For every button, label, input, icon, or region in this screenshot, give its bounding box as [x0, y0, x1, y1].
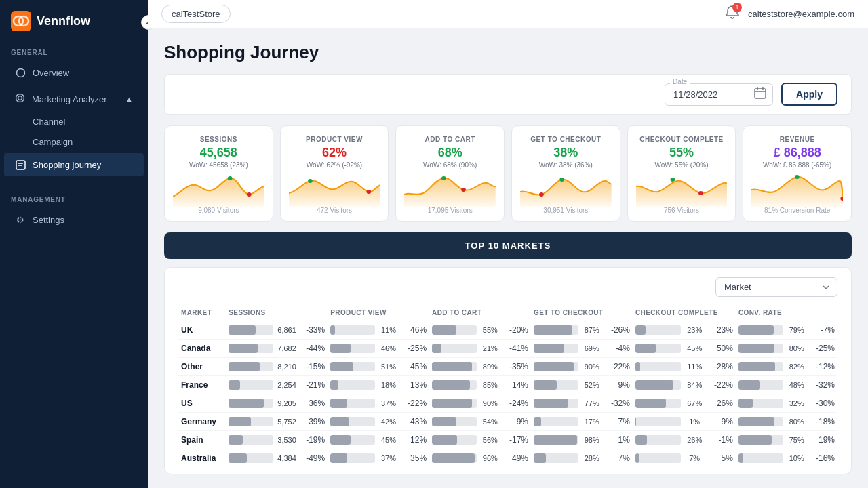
sidebar-label-shopping-journey: Shopping journey — [33, 160, 101, 170]
sidebar-item-channel[interactable]: Channel — [4, 112, 144, 131]
metric-title-3: GET TO CHECKOUT — [530, 136, 601, 143]
gtc-bar-cell: 98% — [531, 431, 604, 449]
store-tab[interactable]: caiTestStore — [161, 5, 231, 23]
gtc-bar-cell: 17% — [531, 413, 604, 431]
market-filter-row: Market — [178, 277, 837, 297]
atc-bar-cell: 55% — [429, 321, 502, 340]
cr-bar-cell: 79% — [736, 321, 809, 340]
gtc-bar-cell: 77% — [531, 394, 604, 413]
general-section-label: GENERAL — [0, 41, 148, 60]
apply-button[interactable]: Apply — [781, 83, 837, 106]
sparkline-sessions — [173, 173, 264, 207]
sessions-change: -44% — [299, 340, 328, 358]
metric-card-get-to-checkout: GET TO CHECKOUT 38% WoW: 38% (36%) 30,95… — [511, 125, 620, 222]
cc-change: -22% — [707, 376, 736, 394]
sparkline-revenue — [751, 173, 843, 207]
sidebar-item-campaign[interactable]: Campaign — [4, 132, 144, 152]
atc-bar-cell: 90% — [429, 394, 502, 413]
date-filter-bar: Date Apply — [164, 74, 852, 115]
pv-bar-cell: 42% — [328, 413, 401, 431]
metric-footer-3: 30,951 Visitors — [543, 207, 588, 214]
metric-wow-0: WoW: 45658 (23%) — [189, 161, 248, 169]
metric-title-0: SESSIONS — [200, 136, 237, 143]
pv-bar-cell: 11% — [328, 321, 401, 340]
sparkline-product-view — [289, 173, 380, 207]
atc-change: -41% — [502, 340, 531, 358]
country-name: France — [181, 380, 208, 390]
cr-change: -30% — [809, 394, 837, 413]
main-content: caiTestStore 1 caiteststore@example.com … — [148, 0, 868, 488]
table-body: UK 6,861 -33% 11% 46% 55% -20% 87% — [178, 321, 837, 468]
sidebar-item-overview[interactable]: Overview — [4, 61, 144, 84]
sidebar-label-overview: Overview — [33, 68, 69, 78]
table-row: Australia 4,384 -49% 37% 35% 96% 49% — [178, 449, 837, 468]
metric-card-revenue: REVENUE £ 86,888 WoW: £ 86,888 (-65%) 81… — [743, 125, 852, 222]
pv-bar-cell: 46% — [328, 340, 401, 358]
metric-wow-1: WoW: 62% (-92%) — [307, 161, 362, 169]
col-header-conv-rate: CONV. RATE — [736, 305, 837, 321]
col-header-product-view: PRODUCT VIEW — [328, 305, 429, 321]
settings-icon: ⚙ — [15, 214, 26, 225]
country-name: US — [181, 399, 193, 408]
cc-bar-cell: 67% — [633, 394, 707, 413]
sidebar-item-settings[interactable]: ⚙ Settings — [4, 208, 144, 231]
sidebar-item-marketing-analyzer[interactable]: Marketing Analyzer ▲ — [4, 87, 144, 111]
metric-footer-2: 17,095 Visitors — [428, 207, 473, 214]
pv-change: -25% — [401, 340, 429, 358]
sidebar-label-marketing-analyzer: Marketing Analyzer — [32, 94, 107, 104]
cr-change: -7% — [809, 321, 837, 340]
metric-wow-5: WoW: £ 86,888 (-65%) — [763, 161, 831, 169]
gtc-change: -22% — [604, 358, 633, 376]
country-name: Other — [181, 362, 203, 371]
atc-bar-cell: 54% — [429, 413, 502, 431]
table-row: Other 8,210 -15% 51% 45% 89% -35% 90 — [178, 358, 837, 376]
sidebar: Vennflow ◀ GENERAL Overview Marketing An… — [0, 0, 148, 488]
cc-change: -1% — [707, 431, 736, 449]
sessions-change: 36% — [299, 394, 328, 413]
svg-point-11 — [366, 190, 371, 194]
table-row: Spain 3,530 -19% 45% 12% 56% -17% 98 — [178, 431, 837, 449]
metric-value-3: 38% — [553, 146, 578, 160]
cr-change: -18% — [809, 413, 837, 431]
svg-point-9 — [247, 192, 252, 197]
cr-bar-cell: 80% — [736, 340, 809, 358]
markets-table: MARKET SESSIONS PRODUCT VIEW ADD TO CART… — [178, 305, 837, 467]
metric-card-sessions: SESSIONS 45,658 WoW: 45658 (23%) 9,080 V… — [164, 125, 273, 222]
svg-point-18 — [795, 175, 800, 179]
metric-value-4: 55% — [669, 146, 694, 160]
date-input[interactable] — [665, 83, 773, 106]
sessions-change: -33% — [299, 321, 328, 340]
atc-change: -17% — [502, 431, 531, 449]
market-select[interactable]: Market — [715, 277, 837, 297]
notification-button[interactable]: 1 — [725, 5, 740, 23]
page-content: Shopping Journey Date Apply SESSIONS 45,… — [148, 28, 868, 488]
country-name: Australia — [181, 453, 216, 463]
metric-cards: SESSIONS 45,658 WoW: 45658 (23%) 9,080 V… — [164, 125, 852, 222]
cr-bar-cell: 32% — [736, 394, 809, 413]
atc-change: 9% — [502, 413, 531, 431]
svg-point-17 — [698, 191, 703, 195]
pv-change: 35% — [401, 449, 429, 468]
sidebar-item-shopping-journey[interactable]: Shopping journey — [4, 153, 144, 176]
svg-point-15 — [539, 192, 544, 197]
cr-bar-cell: 10% — [736, 449, 809, 468]
sessions-change: -21% — [299, 376, 328, 394]
gtc-change: 7% — [604, 413, 633, 431]
gtc-change: -26% — [604, 321, 633, 340]
pv-bar-cell: 45% — [328, 431, 401, 449]
metric-footer-0: 9,080 Visitors — [198, 207, 239, 214]
cc-change: 23% — [707, 321, 736, 340]
gtc-change: 9% — [604, 376, 633, 394]
cr-bar-cell: 75% — [736, 431, 809, 449]
pv-change: 45% — [401, 358, 429, 376]
cc-change: 26% — [707, 394, 736, 413]
markets-area: Market MARKET SESSIONS PRODUCT VIEW ADD … — [164, 267, 852, 474]
cr-change: -16% — [809, 449, 837, 468]
pv-bar-cell: 18% — [328, 376, 401, 394]
logo-icon — [11, 11, 31, 31]
cc-bar-cell: 45% — [633, 340, 707, 358]
country-name: Canada — [181, 344, 210, 353]
svg-point-8 — [228, 176, 233, 180]
sessions-change: -19% — [299, 431, 328, 449]
pv-change: 12% — [401, 431, 429, 449]
